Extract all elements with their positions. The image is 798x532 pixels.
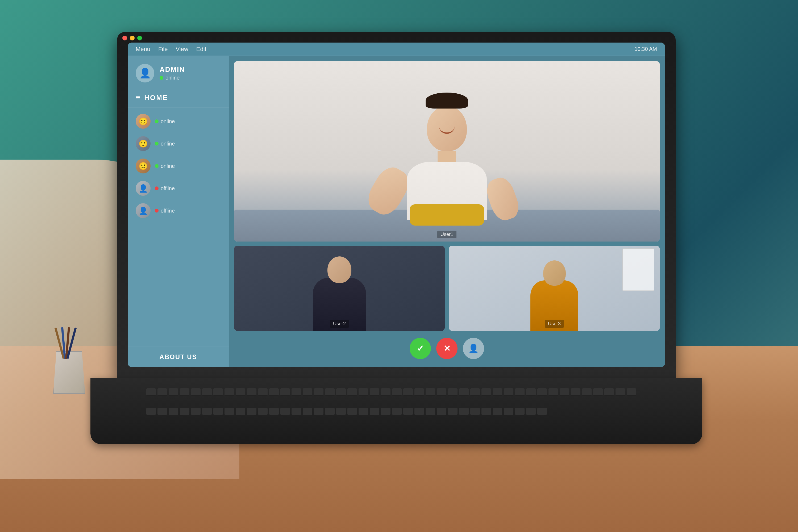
keyboard-key[interactable] (560, 388, 569, 396)
keyboard-key[interactable] (582, 388, 592, 396)
keyboard-key[interactable] (258, 408, 268, 415)
keyboard-key[interactable] (381, 388, 391, 396)
keyboard-key[interactable] (291, 388, 301, 396)
keyboard-key[interactable] (202, 388, 212, 396)
keyboard-key[interactable] (493, 408, 502, 415)
menu-item-file[interactable]: File (158, 46, 168, 53)
keyboard-key[interactable] (537, 408, 547, 415)
keyboard-key[interactable] (225, 408, 234, 415)
keyboard-key[interactable] (470, 408, 480, 415)
contact-avatar-2: 🙂 (136, 136, 151, 151)
keyboard-key[interactable] (493, 388, 502, 396)
keyboard-key[interactable] (526, 388, 536, 396)
keyboard-key[interactable] (403, 388, 413, 396)
keyboard-key[interactable] (370, 388, 379, 396)
keyboard-key[interactable] (169, 388, 178, 396)
keyboard-key[interactable] (437, 408, 446, 415)
home-nav[interactable]: ≡ HOME (128, 88, 229, 108)
keyboard-key[interactable] (303, 408, 312, 415)
keyboard-key[interactable] (481, 388, 491, 396)
keyboard-key[interactable] (425, 388, 435, 396)
menu-item-edit[interactable]: Edit (196, 46, 206, 53)
add-contacts-button[interactable]: 👤 (463, 338, 484, 359)
keyboard-key[interactable] (526, 408, 536, 415)
keyboard-key[interactable] (280, 388, 290, 396)
keyboard-key[interactable] (392, 388, 402, 396)
keyboard-key[interactable] (481, 408, 491, 415)
keyboard-key[interactable] (448, 388, 457, 396)
keyboard-key[interactable] (213, 408, 223, 415)
keyboard-key[interactable] (537, 388, 547, 396)
keyboard-key[interactable] (191, 408, 201, 415)
keyboard-key[interactable] (202, 408, 212, 415)
keyboard-key[interactable] (381, 408, 391, 415)
keyboard-key[interactable] (336, 388, 346, 396)
keyboard-key[interactable] (414, 388, 424, 396)
keyboard-key[interactable] (157, 388, 167, 396)
admin-status: online (159, 75, 185, 81)
keyboard-key[interactable] (314, 408, 323, 415)
video-area: User1 (229, 56, 665, 367)
keyboard-key[interactable] (269, 388, 279, 396)
keyboard-key[interactable] (437, 388, 446, 396)
decline-call-button[interactable]: ✕ (436, 338, 457, 359)
keyboard-key[interactable] (236, 408, 245, 415)
keyboard-key[interactable] (347, 408, 357, 415)
keyboard-key[interactable] (604, 388, 614, 396)
keyboard-key[interactable] (236, 388, 245, 396)
keyboard-key[interactable] (515, 388, 525, 396)
keyboard-key[interactable] (225, 388, 234, 396)
contact-item-1[interactable]: 🙂 online (128, 110, 229, 132)
keyboard-key[interactable] (291, 408, 301, 415)
keyboard-key[interactable] (146, 388, 156, 396)
keyboard-key[interactable] (459, 388, 469, 396)
keyboard-key[interactable] (549, 388, 558, 396)
keyboard-key[interactable] (180, 388, 189, 396)
keyboard-key[interactable] (247, 388, 256, 396)
keyboard-key[interactable] (593, 388, 603, 396)
video2-person (313, 256, 366, 331)
keyboard-key[interactable] (169, 408, 178, 415)
about-us[interactable]: ABOUT US (128, 347, 229, 367)
keyboard-key[interactable] (470, 388, 480, 396)
keyboard-key[interactable] (627, 388, 636, 396)
keyboard-key[interactable] (359, 408, 368, 415)
keyboard-key[interactable] (392, 408, 402, 415)
keyboard-key[interactable] (459, 408, 469, 415)
keyboard-key[interactable] (515, 408, 525, 415)
keyboard-key[interactable] (347, 388, 357, 396)
contact-item-3[interactable]: 🙂 online (128, 155, 229, 177)
keyboard-key[interactable] (157, 408, 167, 415)
keyboard-key[interactable] (336, 408, 346, 415)
keyboard-key[interactable] (504, 388, 513, 396)
keyboard-key[interactable] (615, 388, 625, 396)
keyboard-key[interactable] (504, 408, 513, 415)
contact-4-status-text: offline (161, 185, 175, 191)
keyboard-key[interactable] (180, 408, 189, 415)
keyboard-key[interactable] (448, 408, 457, 415)
whiteboard (623, 248, 654, 291)
contact-item-4[interactable]: 👤 offline (128, 177, 229, 200)
keyboard-key[interactable] (425, 408, 435, 415)
contact-item-5[interactable]: 👤 offline (128, 200, 229, 222)
keyboard-key[interactable] (280, 408, 290, 415)
keyboard-key[interactable] (213, 388, 223, 396)
keyboard-key[interactable] (191, 388, 201, 396)
keyboard-key[interactable] (571, 388, 581, 396)
keyboard-key[interactable] (258, 388, 268, 396)
keyboard-key[interactable] (247, 408, 256, 415)
contact-item-2[interactable]: 🙂 online (128, 132, 229, 155)
keyboard-key[interactable] (146, 408, 156, 415)
keyboard-key[interactable] (325, 408, 335, 415)
menu-item-menu[interactable]: Menu (136, 46, 150, 53)
keyboard-key[interactable] (303, 388, 312, 396)
accept-call-button[interactable]: ✓ (410, 338, 431, 359)
keyboard-key[interactable] (370, 408, 379, 415)
keyboard-key[interactable] (359, 388, 368, 396)
keyboard-key[interactable] (269, 408, 279, 415)
keyboard-key[interactable] (314, 388, 323, 396)
keyboard-key[interactable] (403, 408, 413, 415)
keyboard-key[interactable] (414, 408, 424, 415)
keyboard-key[interactable] (325, 388, 335, 396)
menu-item-view[interactable]: View (176, 46, 188, 53)
